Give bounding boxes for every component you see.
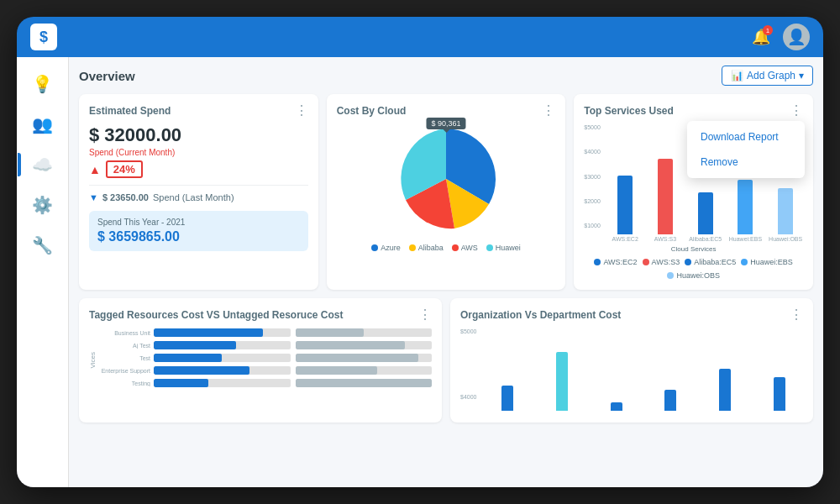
- hbar-y-axis-label: Vices: [89, 352, 97, 368]
- sidebar-item-bulb[interactable]: 💡: [24, 66, 61, 102]
- y-tick-1000: $1000: [584, 223, 600, 228]
- services-dropdown-menu: Download Report Remove: [687, 121, 805, 178]
- tagged-card-menu[interactable]: ⋮: [418, 308, 432, 322]
- cloud-card-menu[interactable]: ⋮: [542, 104, 555, 118]
- overview-header: Overview 📊 Add Graph ▾: [79, 66, 813, 86]
- alibabaec5-legend-label: Alibaba:EC5: [694, 258, 736, 266]
- aws-label: AWS: [461, 244, 478, 252]
- add-graph-icon: 📊: [731, 70, 743, 81]
- legend-azure: Azure: [371, 244, 401, 252]
- card-header-cloud: Cost By Cloud ⋮: [337, 104, 556, 118]
- bar-label-ebs: Huawei:EBS: [729, 236, 762, 242]
- hbar-label-test: Test: [100, 355, 150, 361]
- pie-chart: $ 90,361: [391, 124, 501, 234]
- org-y-ticks: $5000 $4000: [460, 328, 476, 400]
- legend-aws: AWS: [452, 244, 478, 252]
- legend-alibaba: Alibaba: [409, 244, 444, 252]
- estimated-spend-title: Estimated Spend: [89, 105, 171, 117]
- org-bar-3: [592, 402, 640, 412]
- org-bar-6: [755, 377, 803, 412]
- org-bar-4: [647, 390, 695, 412]
- spend-change: ▲ 24%: [89, 160, 308, 178]
- hbar-row-ajtest: Aj Test: [100, 341, 432, 349]
- bar-group-s3: AWS:S3: [648, 159, 683, 242]
- pie-chart-container: $ 90,361: [337, 124, 556, 252]
- bar-legend: AWS:EC2 AWS:S3 Alibaba:EC5 Huawei:E: [584, 258, 803, 280]
- hbar-row-business: Business Unit: [100, 328, 432, 337]
- org-y-tick-5000: $5000: [460, 328, 476, 334]
- hbar-track-test-untagged: [296, 354, 433, 362]
- spend-change-badge: 24%: [106, 160, 143, 178]
- hwaebs-legend-label: Huawei:EBS: [750, 258, 793, 266]
- awss3-legend-label: AWS:S3: [652, 258, 680, 266]
- hbar-fill-test-untagged: [296, 354, 418, 362]
- aws-dot: [452, 244, 459, 251]
- hbar-track-test: [154, 354, 291, 362]
- y-tick-4000: $4000: [584, 149, 600, 155]
- top-cards: Estimated Spend ⋮ $ 32000.00 Spend (Curr…: [79, 94, 813, 290]
- chevron-down-icon: ▾: [799, 70, 804, 81]
- main-layout: 💡 👥 ☁️ ⚙️ 🔧 Overview 📊 Add Graph ▾: [17, 57, 823, 487]
- hbar-rows: Business Unit Aj Test: [100, 328, 432, 391]
- org-y-tick-4000: $4000: [460, 394, 476, 400]
- tagged-resources-card: Tagged Resources Cost VS Untagged Resoru…: [79, 298, 442, 423]
- spend-last-month: ▼ $ 23650.00 Spend (Last Month): [89, 185, 308, 202]
- sidebar-item-users[interactable]: 👥: [24, 106, 61, 143]
- hbar-track-ajtest: [154, 341, 291, 349]
- legend-huawei: Huawei: [486, 244, 521, 252]
- tagged-resources-title: Tagged Resources Cost VS Untagged Resoru…: [89, 309, 344, 321]
- download-report-item[interactable]: Download Report: [687, 124, 805, 150]
- arrow-down-icon: ▼: [89, 192, 98, 202]
- hwaobs-legend-dot: [667, 272, 674, 279]
- org-bar-1: [484, 386, 532, 412]
- card-header-services: Top Services Used ⋮: [584, 104, 803, 118]
- card-header-tagged: Tagged Resources Cost VS Untagged Resoru…: [89, 308, 432, 322]
- hbar-row-test: Test: [100, 354, 432, 362]
- awsec2-legend-dot: [594, 259, 601, 265]
- hbar-row-enterprise: Enterprise Support: [100, 366, 432, 375]
- legend-awsec2: AWS:EC2: [594, 258, 637, 266]
- content-area: Overview 📊 Add Graph ▾ Estimated Spend ⋮…: [69, 57, 823, 487]
- bar-ec2: [617, 176, 633, 234]
- org-bar-fill-5: [719, 369, 731, 411]
- device-frame: $ 🔔 1 👤 💡 👥 ☁️ ⚙️ 🔧 Overview 📊 Add Graph: [17, 17, 823, 487]
- org-chart-area: [460, 328, 803, 412]
- org-bar-fill-6: [774, 377, 785, 411]
- remove-item[interactable]: Remove: [687, 150, 805, 175]
- card-header-org: Organization Vs Department Cost ⋮: [460, 308, 803, 322]
- hbar-track-testing-untagged: [296, 379, 433, 387]
- yearly-amount: $ 3659865.00: [97, 229, 300, 244]
- org-card-menu[interactable]: ⋮: [790, 308, 803, 322]
- azure-label: Azure: [381, 244, 401, 252]
- notification-bell[interactable]: 🔔 1: [748, 24, 774, 50]
- sidebar-item-cloud[interactable]: ☁️: [24, 146, 61, 183]
- org-bar-5: [701, 369, 749, 412]
- awss3-legend-dot: [643, 259, 649, 265]
- estimated-spend-card: Estimated Spend ⋮ $ 32000.00 Spend (Curr…: [79, 94, 318, 290]
- hbar-row-testing: Testing: [100, 379, 432, 387]
- spend-current-amount: $ 32000.00: [89, 124, 308, 146]
- alibabaec5-legend-dot: [685, 259, 691, 265]
- page-title: Overview: [79, 69, 135, 83]
- alibaba-dot: [409, 244, 416, 251]
- bottom-cards: Tagged Resources Cost VS Untagged Resoru…: [79, 298, 813, 423]
- org-chart-wrapper: $5000 $4000: [460, 328, 803, 412]
- legend-awss3: AWS:S3: [643, 258, 680, 266]
- spend-this-year-section: Spend This Year - 2021 $ 3659865.00: [89, 211, 308, 251]
- y-tick-2000: $2000: [584, 198, 600, 204]
- spend-period-label: Spend (Current Month): [89, 148, 308, 157]
- y-tick-5000: $5000: [584, 124, 600, 130]
- bar-label-obs: Huawei:OBS: [769, 236, 802, 242]
- services-card-menu[interactable]: ⋮: [790, 104, 803, 118]
- hbar-track-ajtest-untagged: [296, 341, 433, 349]
- spend-card-menu[interactable]: ⋮: [295, 104, 308, 118]
- sidebar-item-cog[interactable]: ⚙️: [24, 186, 61, 223]
- pie-tooltip: $ 90,361: [426, 118, 465, 129]
- hbar-label-ajtest: Aj Test: [100, 343, 150, 349]
- top-services-card: Top Services Used ⋮ Download Report Remo…: [574, 94, 813, 290]
- top-services-title: Top Services Used: [584, 105, 674, 117]
- add-graph-button[interactable]: 📊 Add Graph ▾: [722, 66, 813, 86]
- sidebar-item-settings[interactable]: 🔧: [24, 227, 61, 264]
- user-avatar[interactable]: 👤: [783, 24, 810, 50]
- hbar-track-enterprise-untagged: [296, 366, 433, 375]
